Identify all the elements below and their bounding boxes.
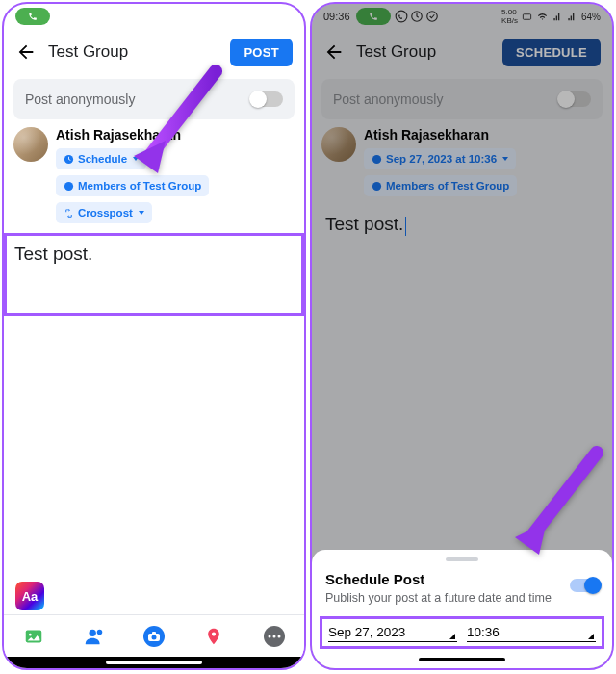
date-picker[interactable]: Sep 27, 2023	[328, 625, 457, 642]
location-icon[interactable]	[202, 625, 225, 648]
svg-point-8	[151, 635, 156, 639]
more-icon[interactable]	[263, 625, 286, 648]
avatar	[13, 127, 48, 162]
anonymous-label: Post anonymously	[25, 91, 135, 107]
crosspost-chip[interactable]: Crosspost	[56, 202, 152, 223]
post-text: Test post.	[14, 244, 92, 264]
date-value: Sep 27, 2023	[328, 625, 405, 639]
composer: Atish Rajasekharan Schedule Members of T…	[4, 127, 304, 316]
chevron-down-icon	[133, 157, 139, 161]
schedule-chip[interactable]: Schedule	[56, 148, 146, 169]
phone-icon	[28, 12, 38, 21]
members-chip-label: Members of Test Group	[78, 180, 201, 192]
phone-right: 09:36 5.00KB/s 64% Test Group SCHEDULE	[310, 2, 614, 670]
post-text-input[interactable]: Test post.	[4, 233, 304, 316]
tag-people-icon[interactable]	[83, 625, 106, 648]
chevron-down-icon	[139, 211, 144, 215]
svg-point-4	[89, 629, 95, 635]
schedule-chip-label: Schedule	[78, 153, 127, 165]
schedule-toggle[interactable]	[570, 579, 599, 592]
schedule-sheet: Schedule Post Publish your post at a fut…	[312, 550, 612, 668]
anonymous-row[interactable]: Post anonymously	[13, 79, 295, 119]
dropdown-triangle-icon	[449, 634, 455, 639]
sheet-grabber[interactable]	[446, 557, 478, 561]
user-name: Atish Rajasekharan	[56, 127, 295, 143]
page-title: Test Group	[48, 42, 128, 62]
datetime-row: Sep 27, 2023 10:36	[320, 616, 604, 649]
header: Test Group POST	[4, 29, 304, 75]
nav-bar	[325, 655, 599, 664]
background-style-button[interactable]: Aa	[15, 582, 44, 610]
svg-point-12	[272, 635, 275, 637]
post-button[interactable]: POST	[230, 39, 293, 66]
clock-icon	[64, 154, 74, 165]
svg-point-1	[64, 181, 73, 190]
sheet-subtitle: Publish your post at a future date and t…	[325, 591, 599, 605]
time-picker[interactable]: 10:36	[467, 625, 596, 642]
bottom-toolbar	[4, 614, 304, 657]
svg-point-11	[268, 635, 270, 637]
anonymous-toggle[interactable]	[250, 91, 283, 107]
svg-point-3	[29, 633, 32, 635]
members-chip[interactable]: Members of Test Group	[56, 175, 209, 196]
svg-rect-9	[152, 632, 156, 635]
crosspost-chip-label: Crosspost	[78, 207, 133, 219]
call-pill	[15, 8, 50, 25]
sheet-title: Schedule Post	[325, 571, 599, 587]
status-bar	[4, 4, 304, 29]
photo-icon[interactable]	[22, 625, 45, 648]
camera-icon[interactable]	[142, 625, 166, 648]
crosspost-icon	[64, 208, 74, 219]
back-arrow-icon[interactable]	[15, 41, 37, 63]
svg-point-13	[277, 635, 280, 637]
dropdown-triangle-icon	[588, 634, 594, 639]
nav-bar	[4, 657, 304, 668]
phone-left: Test Group POST Post anonymously Atish R…	[2, 2, 306, 670]
time-value: 10:36	[467, 625, 500, 639]
svg-point-5	[96, 629, 102, 635]
globe-icon	[64, 181, 74, 192]
